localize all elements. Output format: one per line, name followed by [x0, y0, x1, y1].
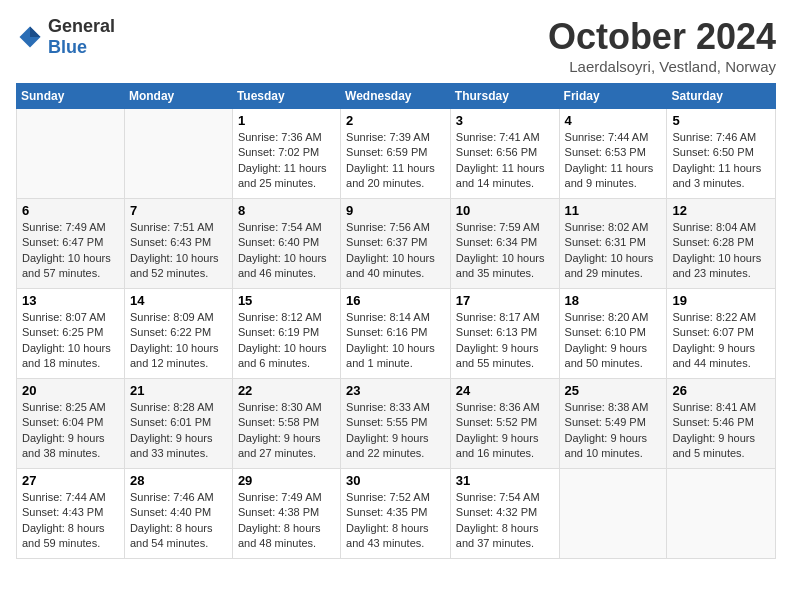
day-number: 16: [346, 293, 445, 308]
day-info-line: Sunrise: 8:36 AM: [456, 400, 554, 415]
day-info-line: Daylight: 10 hours and 46 minutes.: [238, 251, 335, 282]
day-info-line: Daylight: 8 hours and 54 minutes.: [130, 521, 227, 552]
day-info-line: Sunset: 6:37 PM: [346, 235, 445, 250]
day-info-line: Sunrise: 7:59 AM: [456, 220, 554, 235]
weekday-header-thursday: Thursday: [450, 84, 559, 109]
day-info: Sunrise: 8:41 AMSunset: 5:46 PMDaylight:…: [672, 400, 770, 462]
day-info-line: Sunrise: 8:20 AM: [565, 310, 662, 325]
day-info: Sunrise: 7:44 AMSunset: 4:43 PMDaylight:…: [22, 490, 119, 552]
day-info-line: Sunset: 4:43 PM: [22, 505, 119, 520]
calendar-cell: 13Sunrise: 8:07 AMSunset: 6:25 PMDayligh…: [17, 289, 125, 379]
day-info: Sunrise: 8:36 AMSunset: 5:52 PMDaylight:…: [456, 400, 554, 462]
day-info-line: Sunset: 6:19 PM: [238, 325, 335, 340]
day-info-line: Daylight: 8 hours and 37 minutes.: [456, 521, 554, 552]
day-info-line: Daylight: 9 hours and 27 minutes.: [238, 431, 335, 462]
day-info-line: Sunrise: 8:33 AM: [346, 400, 445, 415]
day-info-line: Sunrise: 8:17 AM: [456, 310, 554, 325]
day-number: 7: [130, 203, 227, 218]
day-info-line: Sunset: 6:10 PM: [565, 325, 662, 340]
calendar-cell: 21Sunrise: 8:28 AMSunset: 6:01 PMDayligh…: [124, 379, 232, 469]
day-number: 30: [346, 473, 445, 488]
day-number: 13: [22, 293, 119, 308]
logo-icon: [16, 23, 44, 51]
day-info-line: Sunset: 6:28 PM: [672, 235, 770, 250]
page-header: General Blue October 2024 Laerdalsoyri, …: [16, 16, 776, 75]
day-info-line: Daylight: 10 hours and 23 minutes.: [672, 251, 770, 282]
title-block: October 2024 Laerdalsoyri, Vestland, Nor…: [548, 16, 776, 75]
day-info: Sunrise: 7:49 AMSunset: 6:47 PMDaylight:…: [22, 220, 119, 282]
day-info-line: Sunrise: 7:44 AM: [565, 130, 662, 145]
day-number: 12: [672, 203, 770, 218]
calendar-cell: 31Sunrise: 7:54 AMSunset: 4:32 PMDayligh…: [450, 469, 559, 559]
day-info-line: Daylight: 10 hours and 29 minutes.: [565, 251, 662, 282]
day-info-line: Sunset: 6:16 PM: [346, 325, 445, 340]
day-info-line: Sunrise: 7:46 AM: [672, 130, 770, 145]
calendar-week-3: 13Sunrise: 8:07 AMSunset: 6:25 PMDayligh…: [17, 289, 776, 379]
day-number: 25: [565, 383, 662, 398]
day-info-line: Sunrise: 8:07 AM: [22, 310, 119, 325]
day-info: Sunrise: 7:49 AMSunset: 4:38 PMDaylight:…: [238, 490, 335, 552]
weekday-header-saturday: Saturday: [667, 84, 776, 109]
day-info-line: Daylight: 9 hours and 50 minutes.: [565, 341, 662, 372]
day-number: 15: [238, 293, 335, 308]
day-info-line: Daylight: 10 hours and 12 minutes.: [130, 341, 227, 372]
day-info-line: Daylight: 9 hours and 10 minutes.: [565, 431, 662, 462]
day-number: 5: [672, 113, 770, 128]
day-info-line: Sunset: 6:22 PM: [130, 325, 227, 340]
day-info-line: Sunrise: 7:39 AM: [346, 130, 445, 145]
day-info: Sunrise: 7:39 AMSunset: 6:59 PMDaylight:…: [346, 130, 445, 192]
day-info-line: Sunset: 6:47 PM: [22, 235, 119, 250]
day-info: Sunrise: 7:51 AMSunset: 6:43 PMDaylight:…: [130, 220, 227, 282]
logo: General Blue: [16, 16, 115, 58]
logo-blue: Blue: [48, 37, 87, 57]
calendar-table: SundayMondayTuesdayWednesdayThursdayFrid…: [16, 83, 776, 559]
day-number: 21: [130, 383, 227, 398]
calendar-cell: 24Sunrise: 8:36 AMSunset: 5:52 PMDayligh…: [450, 379, 559, 469]
day-info-line: Daylight: 9 hours and 44 minutes.: [672, 341, 770, 372]
day-info: Sunrise: 7:46 AMSunset: 4:40 PMDaylight:…: [130, 490, 227, 552]
day-info-line: Daylight: 10 hours and 6 minutes.: [238, 341, 335, 372]
day-info-line: Sunrise: 8:09 AM: [130, 310, 227, 325]
logo-general: General: [48, 16, 115, 36]
calendar-week-4: 20Sunrise: 8:25 AMSunset: 6:04 PMDayligh…: [17, 379, 776, 469]
calendar-cell: 1Sunrise: 7:36 AMSunset: 7:02 PMDaylight…: [232, 109, 340, 199]
day-info-line: Daylight: 11 hours and 25 minutes.: [238, 161, 335, 192]
day-info-line: Daylight: 9 hours and 55 minutes.: [456, 341, 554, 372]
day-info-line: Sunset: 4:38 PM: [238, 505, 335, 520]
day-info-line: Sunrise: 8:38 AM: [565, 400, 662, 415]
day-info-line: Sunset: 5:46 PM: [672, 415, 770, 430]
calendar-cell: 5Sunrise: 7:46 AMSunset: 6:50 PMDaylight…: [667, 109, 776, 199]
day-info-line: Sunset: 5:55 PM: [346, 415, 445, 430]
calendar-cell: 12Sunrise: 8:04 AMSunset: 6:28 PMDayligh…: [667, 199, 776, 289]
calendar-cell: 26Sunrise: 8:41 AMSunset: 5:46 PMDayligh…: [667, 379, 776, 469]
calendar-cell: 16Sunrise: 8:14 AMSunset: 6:16 PMDayligh…: [341, 289, 451, 379]
day-info: Sunrise: 8:04 AMSunset: 6:28 PMDaylight:…: [672, 220, 770, 282]
day-info-line: Sunrise: 7:54 AM: [456, 490, 554, 505]
day-info-line: Sunset: 6:07 PM: [672, 325, 770, 340]
day-number: 20: [22, 383, 119, 398]
day-number: 8: [238, 203, 335, 218]
day-info: Sunrise: 8:07 AMSunset: 6:25 PMDaylight:…: [22, 310, 119, 372]
day-info-line: Daylight: 11 hours and 9 minutes.: [565, 161, 662, 192]
day-number: 2: [346, 113, 445, 128]
calendar-cell: [17, 109, 125, 199]
day-info-line: Sunset: 6:01 PM: [130, 415, 227, 430]
day-info-line: Sunset: 6:59 PM: [346, 145, 445, 160]
day-number: 22: [238, 383, 335, 398]
day-info-line: Sunrise: 7:46 AM: [130, 490, 227, 505]
calendar-week-1: 1Sunrise: 7:36 AMSunset: 7:02 PMDaylight…: [17, 109, 776, 199]
day-number: 11: [565, 203, 662, 218]
month-title: October 2024: [548, 16, 776, 58]
calendar-cell: [124, 109, 232, 199]
calendar-cell: 19Sunrise: 8:22 AMSunset: 6:07 PMDayligh…: [667, 289, 776, 379]
day-info-line: Sunset: 7:02 PM: [238, 145, 335, 160]
day-info-line: Sunset: 4:35 PM: [346, 505, 445, 520]
day-info-line: Sunset: 6:40 PM: [238, 235, 335, 250]
day-info: Sunrise: 8:09 AMSunset: 6:22 PMDaylight:…: [130, 310, 227, 372]
day-info: Sunrise: 8:02 AMSunset: 6:31 PMDaylight:…: [565, 220, 662, 282]
day-info: Sunrise: 8:38 AMSunset: 5:49 PMDaylight:…: [565, 400, 662, 462]
calendar-cell: 18Sunrise: 8:20 AMSunset: 6:10 PMDayligh…: [559, 289, 667, 379]
day-number: 24: [456, 383, 554, 398]
calendar-cell: 10Sunrise: 7:59 AMSunset: 6:34 PMDayligh…: [450, 199, 559, 289]
day-info: Sunrise: 8:20 AMSunset: 6:10 PMDaylight:…: [565, 310, 662, 372]
